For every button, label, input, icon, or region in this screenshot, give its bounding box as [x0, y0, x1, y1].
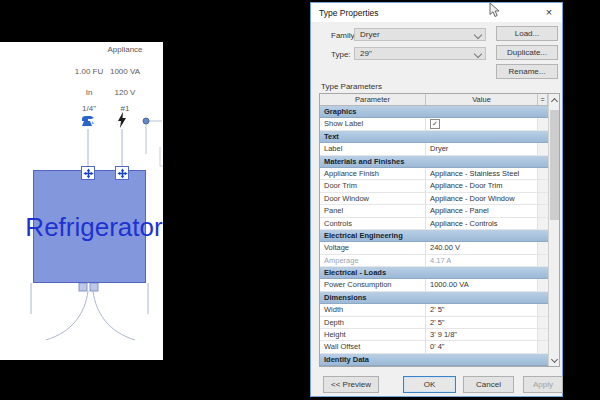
- ok-button[interactable]: OK: [403, 376, 456, 393]
- row-edge-cell: [538, 304, 548, 316]
- parameter-name: Door Trim: [320, 180, 426, 192]
- type-dropdown[interactable]: 29": [354, 47, 486, 60]
- parameter-row[interactable]: ControlsAppliance - Controls: [320, 218, 559, 230]
- section-header-row[interactable]: Identity Data: [320, 354, 548, 366]
- section-header-row[interactable]: Text: [320, 131, 548, 143]
- table-header-row: Parameter Value =: [320, 94, 559, 106]
- parameter-value[interactable]: Appliance - Controls: [426, 218, 538, 230]
- parameter-name: Height: [320, 329, 426, 341]
- apply-button[interactable]: Apply: [523, 376, 563, 393]
- parameter-name: Appliance Finish: [320, 168, 426, 180]
- section-label: Electrical Engineering: [324, 230, 403, 241]
- row-edge-cell: [538, 205, 548, 217]
- type-properties-dialog: Type Properties × Family: Dryer Load... …: [310, 2, 563, 397]
- row-edge-cell: [538, 168, 548, 180]
- preview-button[interactable]: << Preview: [323, 376, 379, 393]
- checkbox[interactable]: ✓: [430, 119, 440, 129]
- dialog-titlebar[interactable]: Type Properties ×: [311, 3, 562, 22]
- row-edge-cell: [538, 255, 548, 267]
- parameter-value[interactable]: 4.17 A: [426, 255, 538, 267]
- section-label: Electrical - Loads: [324, 267, 386, 278]
- parameter-value[interactable]: 1000.00 VA: [426, 279, 538, 291]
- row-edge-cell: [538, 329, 548, 341]
- row-edge-cell: [538, 218, 548, 230]
- parameter-name: Amperage: [320, 255, 426, 267]
- row-edge-cell: [538, 242, 548, 254]
- parameter-name: Voltage: [320, 242, 426, 254]
- section-header-row[interactable]: Electrical - Loads: [320, 267, 548, 279]
- section-label: Graphics: [324, 106, 357, 117]
- parameter-row[interactable]: Amperage4.17 A: [320, 255, 559, 267]
- cancel-button[interactable]: Cancel: [463, 376, 514, 393]
- parameter-row[interactable]: Show Label✓: [320, 118, 559, 130]
- parameter-value[interactable]: 240.00 V: [426, 242, 538, 254]
- parameter-name: Door Window: [320, 193, 426, 205]
- parameter-value[interactable]: Appliance - Door Window: [426, 193, 538, 205]
- parameter-row[interactable]: Voltage240.00 V: [320, 242, 559, 254]
- parameter-row[interactable]: Door TrimAppliance - Door Trim: [320, 180, 559, 192]
- parameter-name: Power Consumption: [320, 279, 426, 291]
- dialog-title: Type Properties: [319, 8, 379, 18]
- parameter-row[interactable]: Power Consumption1000.00 VA: [320, 279, 559, 291]
- close-icon[interactable]: ×: [542, 6, 556, 19]
- rename-button[interactable]: Rename...: [496, 64, 558, 79]
- type-value: 29": [360, 49, 372, 58]
- family-label: Family:: [331, 31, 357, 40]
- parameter-row[interactable]: Door WindowAppliance - Door Window: [320, 193, 559, 205]
- plumbing-connector-icon[interactable]: [81, 166, 95, 180]
- row-edge-cell: [538, 193, 548, 205]
- scroll-up-icon[interactable]: [549, 94, 559, 106]
- family-preview-canvas[interactable]: Appliance 1.00 FU 1000 VA In 120 V 1/4" …: [0, 42, 163, 360]
- value-column-header[interactable]: Value: [426, 94, 538, 105]
- parameter-value[interactable]: 2' 5": [426, 317, 538, 329]
- parameter-row[interactable]: Depth2' 5": [320, 317, 559, 329]
- parameter-column-header[interactable]: Parameter: [320, 94, 426, 105]
- section-header-row[interactable]: Graphics: [320, 106, 548, 118]
- parameter-value[interactable]: ✓: [426, 118, 538, 130]
- row-edge-cell: [538, 118, 548, 130]
- parameter-row[interactable]: Wall Offset0' 4": [320, 341, 559, 353]
- section-header-row[interactable]: Dimensions: [320, 292, 548, 304]
- parameter-row[interactable]: PanelAppliance - Panel: [320, 205, 559, 217]
- chevron-down-icon: [474, 50, 482, 58]
- parameter-value[interactable]: 0' 4": [426, 341, 538, 353]
- family-value: Dryer: [360, 30, 380, 39]
- section-label: Text: [324, 131, 339, 142]
- parameter-name: Wall Offset: [320, 341, 426, 353]
- type-label: Type:: [331, 50, 351, 59]
- equalize-columns-icon[interactable]: =: [538, 94, 548, 105]
- chevron-down-icon: [474, 31, 482, 39]
- parameter-name: Show Label: [320, 118, 426, 130]
- scroll-down-icon[interactable]: [549, 354, 559, 366]
- table-scrollbar[interactable]: [548, 94, 559, 366]
- parameter-row[interactable]: Height3' 9 1/8": [320, 329, 559, 341]
- section-label: Identity Data: [324, 354, 369, 365]
- type-parameters-table: Parameter Value = GraphicsShow Label✓Tex…: [319, 93, 560, 367]
- parameter-value[interactable]: Appliance - Panel: [426, 205, 538, 217]
- mouse-cursor-icon: [489, 2, 501, 23]
- parameter-value[interactable]: Appliance - Stainless Steel: [426, 168, 538, 180]
- section-header-row[interactable]: Electrical Engineering: [320, 230, 548, 242]
- row-edge-cell: [538, 143, 548, 155]
- parameter-name: Label: [320, 143, 426, 155]
- electrical-connector-icon[interactable]: [115, 166, 129, 180]
- scrollbar-thumb[interactable]: [550, 110, 559, 220]
- parameter-row[interactable]: LabelDryer: [320, 143, 559, 155]
- section-header-row[interactable]: Materials and Finishes: [320, 156, 548, 168]
- family-dropdown[interactable]: Dryer: [354, 28, 486, 41]
- type-parameters-label: Type Parameters: [321, 82, 382, 91]
- parameter-value[interactable]: Dryer: [426, 143, 538, 155]
- type-parameters-rows: GraphicsShow Label✓TextLabelDryerMateria…: [320, 106, 559, 366]
- parameter-name: Panel: [320, 205, 426, 217]
- parameter-value[interactable]: 2' 5": [426, 304, 538, 316]
- load-button[interactable]: Load...: [496, 26, 558, 41]
- parameter-value[interactable]: Appliance - Door Trim: [426, 180, 538, 192]
- parameter-row[interactable]: Width2' 5": [320, 304, 559, 316]
- section-label: Materials and Finishes: [324, 156, 404, 167]
- row-edge-cell: [538, 341, 548, 353]
- parameter-value[interactable]: 3' 9 1/8": [426, 329, 538, 341]
- row-edge-cell: [538, 180, 548, 192]
- duplicate-button[interactable]: Duplicate...: [496, 45, 558, 60]
- refrigerator-label: Refrigerator: [15, 212, 173, 243]
- parameter-row[interactable]: Appliance FinishAppliance - Stainless St…: [320, 168, 559, 180]
